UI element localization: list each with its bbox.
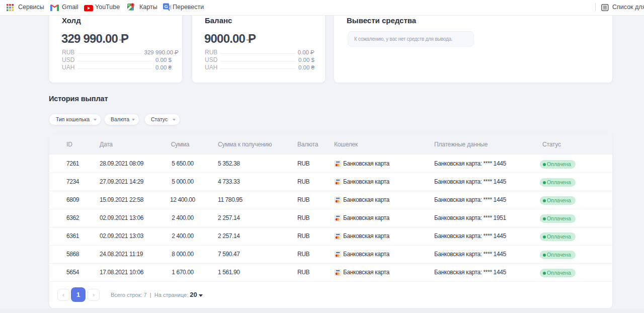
svg-text:G: G bbox=[165, 4, 168, 9]
